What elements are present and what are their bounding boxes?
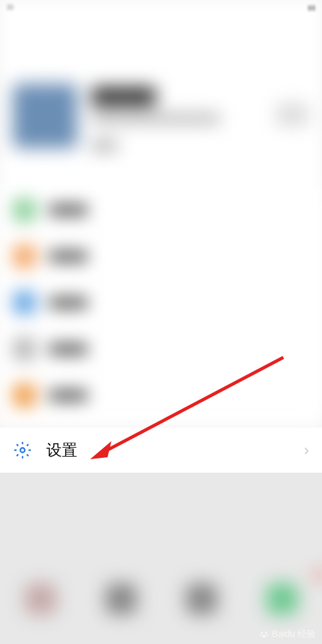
list-item[interactable]: [0, 372, 322, 419]
item-label: [49, 390, 88, 401]
watermark: Baidu 经验: [259, 629, 316, 640]
item-icon: [13, 337, 36, 361]
username: [91, 87, 156, 106]
svg-point-7: [263, 634, 266, 638]
profile-section[interactable]: [0, 84, 322, 180]
tab-item[interactable]: [25, 583, 56, 614]
svg-point-6: [267, 634, 269, 636]
menu-list: [0, 187, 322, 419]
item-label: [49, 297, 88, 308]
svg-point-5: [260, 634, 262, 636]
list-item[interactable]: [0, 279, 322, 326]
profile-info: [91, 87, 220, 150]
item-icon: [13, 245, 36, 268]
tab-bar: [0, 573, 322, 625]
tab-item[interactable]: [186, 583, 217, 614]
status-bar: 30 ▮▮: [0, 0, 322, 14]
status-right: ▮▮: [308, 4, 316, 11]
svg-point-0: [21, 448, 25, 453]
status-left: 30: [6, 4, 14, 11]
svg-point-3: [261, 632, 263, 634]
avatar[interactable]: [13, 84, 77, 148]
item-label: [49, 343, 88, 355]
watermark-text: Baidu 经验: [272, 629, 316, 640]
badge-dot: [316, 571, 322, 580]
svg-point-4: [265, 632, 267, 634]
list-item[interactable]: [0, 187, 322, 233]
settings-row[interactable]: 设置 ›: [0, 428, 322, 473]
profile-subtext2: [91, 141, 117, 150]
item-icon: [13, 198, 36, 222]
tab-item[interactable]: [267, 583, 298, 614]
list-item[interactable]: [0, 326, 322, 372]
profile-badge[interactable]: [276, 103, 309, 126]
item-label: [49, 251, 88, 262]
item-icon: [13, 291, 36, 314]
gear-icon: [13, 440, 32, 460]
item-icon: [13, 384, 36, 407]
list-item[interactable]: [0, 233, 322, 279]
paw-icon: [259, 629, 269, 639]
tab-item[interactable]: [106, 583, 137, 614]
settings-label: 设置: [46, 440, 77, 460]
profile-subtext: [91, 114, 220, 123]
item-label: [49, 204, 88, 216]
chevron-right-icon: ›: [304, 441, 309, 459]
